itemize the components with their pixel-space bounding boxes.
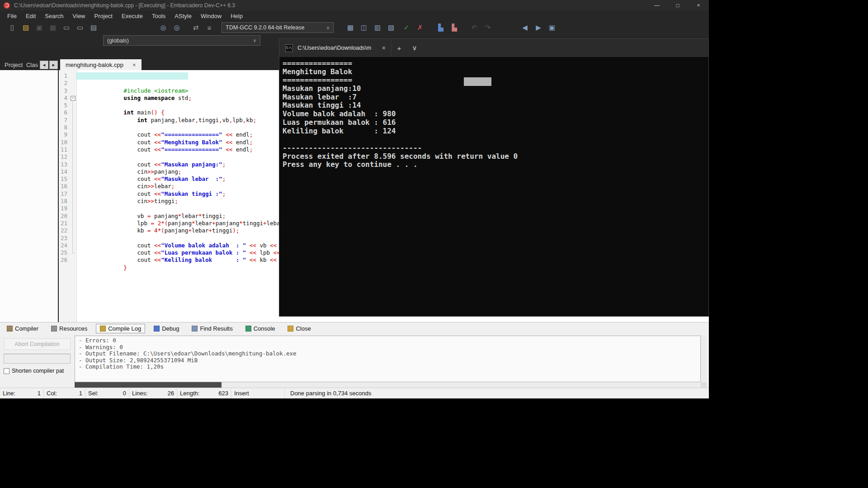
console-tab-close-icon[interactable]: × <box>377 44 391 52</box>
new-source-icon[interactable]: ▯ <box>6 23 18 33</box>
log-horizontal-scrollbar[interactable] <box>75 382 701 388</box>
window-layout-1-icon[interactable]: ▦ <box>344 23 356 33</box>
replace-icon[interactable]: ◎ <box>171 23 183 33</box>
open-file-icon[interactable]: ▨ <box>20 23 32 33</box>
code-token: panjang <box>168 220 192 227</box>
fold-marker-icon <box>71 190 76 198</box>
scrollbar-thumb[interactable] <box>75 382 222 388</box>
goto-line-icon[interactable]: ⇄ <box>190 23 202 33</box>
line-number: 23 <box>59 235 71 242</box>
menu-item[interactable]: AStyle <box>170 11 196 21</box>
console-dropdown-icon[interactable]: ∨ <box>407 44 422 52</box>
shorten-compiler-path-option[interactable]: Shorten compiler pat <box>4 368 72 374</box>
swap-header-source-icon[interactable]: ≡ <box>203 23 215 33</box>
run-window-icon[interactable]: ▣ <box>546 23 558 33</box>
line-number: 17 <box>59 190 71 198</box>
code-token: << <box>270 256 277 263</box>
menu-item[interactable]: Edit <box>21 11 40 21</box>
console-output[interactable]: ================Menghitung Balok========… <box>279 57 708 316</box>
sidebar-tab-project[interactable]: Project <box>2 61 23 69</box>
window-layout-3-icon[interactable]: ▥ <box>372 23 383 33</box>
syntax-check-icon[interactable]: ✓ <box>401 23 412 33</box>
app-icon <box>4 2 10 9</box>
code-token: lebar <box>195 220 212 227</box>
project-panel[interactable] <box>0 70 58 322</box>
abort-icon[interactable]: ✗ <box>414 23 426 33</box>
find-icon[interactable]: ◎ <box>157 23 169 33</box>
window-layout-2-icon[interactable]: ◫ <box>358 23 370 33</box>
compiler-profile-select[interactable]: TDM-GCC 9.2.0 64-bit Release ∨ <box>222 22 334 33</box>
code-token: << <box>226 139 232 146</box>
line-number: 16 <box>59 183 71 190</box>
toolbar-group: ◀▶▣ <box>519 23 558 33</box>
profile-analysis-icon[interactable]: ▙ <box>435 23 447 33</box>
menu-item[interactable]: Project <box>90 11 117 21</box>
shorten-compiler-path-checkbox[interactable] <box>4 368 9 374</box>
status-label: Lines: <box>132 390 148 397</box>
editor-tab-label: menghitung-balok.cpp <box>66 62 123 68</box>
save-all-icon[interactable]: ▦ <box>47 23 59 33</box>
sidebar-tabs: Project Clas ◂ ▸ <box>0 59 58 70</box>
menu-item[interactable]: Tools <box>147 11 170 21</box>
tab-compile-log[interactable]: Compile Log <box>96 324 145 333</box>
log-vertical-scrollbar[interactable] <box>701 336 707 382</box>
fold-marker-icon <box>71 198 76 205</box>
status-cell: Sel: 0 <box>85 388 129 398</box>
tab-scroll-left-icon[interactable]: ◂ <box>40 61 48 69</box>
maximize-button[interactable]: □ <box>667 0 688 11</box>
menu-item[interactable]: Search <box>40 11 68 21</box>
status-label: Line: <box>3 390 15 397</box>
code-token: ; <box>253 117 256 123</box>
redo-icon[interactable]: ↷ <box>482 23 494 33</box>
save-icon[interactable]: ▣ <box>33 23 45 33</box>
window-layout-4-icon[interactable]: ▧ <box>385 23 397 33</box>
code-token <box>246 256 250 263</box>
abort-compilation-button[interactable]: Abort Compilation <box>4 338 71 350</box>
close-button[interactable]: × <box>688 0 709 11</box>
menu-item[interactable]: Window <box>196 11 226 21</box>
scope-select[interactable]: (globals) ∨ <box>103 35 260 46</box>
tab-console[interactable]: Console <box>241 324 279 333</box>
delete-profiling-icon[interactable]: ▙ <box>448 23 460 33</box>
tab-find-results[interactable]: Find Results <box>188 324 236 333</box>
close-file-icon[interactable]: ▭ <box>61 23 72 33</box>
close-all-icon[interactable]: ▭ <box>74 23 86 33</box>
compile-log-output[interactable]: - Errors: 0- Warnings: 0- Output Filenam… <box>75 336 701 382</box>
tab-debug[interactable]: Debug <box>150 324 183 333</box>
console-new-tab-button[interactable]: + <box>392 44 407 52</box>
code-token: kb <box>256 256 270 263</box>
fold-marker-icon <box>71 220 76 227</box>
line-number: 21 <box>59 220 71 227</box>
code-text: vb = panjang*lebar*tinggi; <box>76 198 226 205</box>
tab-close[interactable]: Close <box>283 324 315 333</box>
back-icon[interactable]: ◀ <box>519 23 531 33</box>
code-token: endl <box>232 139 250 146</box>
code-text <box>76 87 130 95</box>
fold-marker-icon <box>71 227 76 234</box>
minimize-button[interactable]: — <box>646 0 667 11</box>
forward-icon[interactable]: ▶ <box>533 23 544 33</box>
tab-compiler[interactable]: Compiler <box>3 324 42 333</box>
menu-item[interactable]: Help <box>226 11 247 21</box>
menubar: FileEditSearchViewProjectExecuteToolsASt… <box>0 11 709 21</box>
line-number: 24 <box>59 242 71 249</box>
console-tab[interactable]: C:\ C:\Users\edoar\Downloads\m × <box>279 39 392 57</box>
sidebar-tab-classes[interactable]: Clas <box>24 61 39 69</box>
menu-item[interactable]: File <box>3 11 21 21</box>
editor-tab[interactable]: menghitung-balok.cpp × <box>60 59 142 70</box>
menu-item[interactable]: View <box>68 11 90 21</box>
code-token: << <box>250 249 256 256</box>
line-number: 25 <box>59 249 71 256</box>
line-number: 11 <box>59 146 71 153</box>
tab-resources[interactable]: Resources <box>47 324 91 333</box>
print-icon[interactable]: ▤ <box>88 23 99 33</box>
code-token: () <box>151 109 158 116</box>
tab-scroll-right-icon[interactable]: ▸ <box>49 61 58 69</box>
undo-icon[interactable]: ↶ <box>468 23 480 33</box>
bottom-panel-bar: Compiler Resources Compile Log Debug Fin… <box>0 322 709 335</box>
editor-tab-close-icon[interactable]: × <box>132 62 136 68</box>
shorten-compiler-path-label: Shorten compiler pat <box>12 368 64 374</box>
panel-tab-icon <box>7 326 13 332</box>
code-text: cout <<"Volume balok adalah : " << vb <<… <box>76 227 297 234</box>
menu-item[interactable]: Execute <box>117 11 147 21</box>
